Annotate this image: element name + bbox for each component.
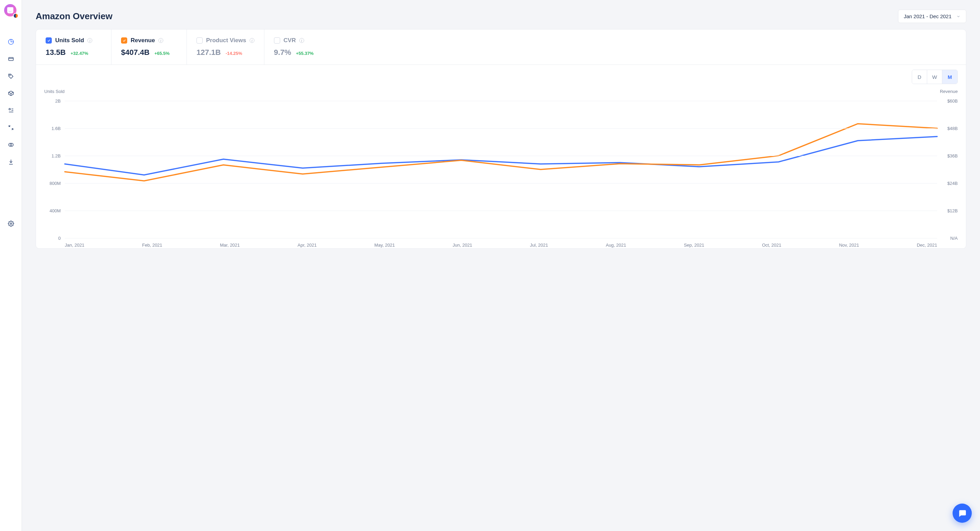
svg-rect-0 (9, 57, 13, 61)
svg-point-9 (10, 223, 12, 225)
nav-settings[interactable] (4, 217, 18, 231)
metric-units_sold[interactable]: Units Soldi13.5B+32.47% (36, 30, 111, 64)
metrics-row: Units Soldi13.5B+32.47%Revenuei$407.4B+6… (36, 30, 966, 65)
nav-compare[interactable] (4, 121, 18, 134)
metric-label: CVR (283, 37, 296, 44)
box-icon (8, 90, 14, 96)
x-tick: Jun, 2021 (453, 242, 472, 248)
y-tick-left: 400M (44, 208, 61, 214)
y-tick-left: 0 (44, 236, 61, 241)
metric-delta: +65.5% (154, 51, 169, 56)
x-tick: Mar, 2021 (220, 242, 240, 248)
left-axis-title: Units Sold (44, 89, 64, 94)
metric-cvr[interactable]: CVRi9.7%+55.37% (264, 30, 340, 64)
metric-checkbox[interactable] (274, 37, 280, 43)
x-tick: Jan, 2021 (65, 242, 84, 248)
sidebar: ◡ (0, 0, 22, 531)
chevron-down-icon (956, 14, 961, 19)
x-tick: Oct, 2021 (762, 242, 781, 248)
metric-label: Units Sold (55, 37, 84, 44)
chart: Jan, 2021Feb, 2021Mar, 2021Apr, 2021May,… (44, 101, 958, 238)
metric-value: 127.1B (196, 48, 221, 57)
y-tick-right: $48B (947, 126, 958, 131)
svg-point-3 (9, 108, 11, 110)
gridline (65, 156, 937, 156)
download-icon (8, 159, 14, 165)
info-icon[interactable]: i (158, 38, 163, 43)
y-tick-right: $60B (947, 99, 958, 104)
nav-venn[interactable] (4, 138, 18, 151)
granularity-D[interactable]: D (912, 70, 927, 84)
x-tick: Dec, 2021 (917, 242, 937, 248)
x-tick: Feb, 2021 (142, 242, 162, 248)
gridline (65, 101, 937, 101)
granularity-W[interactable]: W (927, 70, 942, 84)
tag-icon (8, 73, 14, 79)
gridline (65, 210, 937, 211)
x-tick: May, 2021 (374, 242, 395, 248)
nav-list[interactable] (4, 104, 18, 117)
chat-launcher[interactable] (953, 504, 972, 523)
right-axis-title: Revenue (940, 89, 958, 94)
svg-point-2 (9, 75, 10, 75)
gridline (65, 128, 937, 129)
info-icon[interactable]: i (250, 38, 255, 43)
overview-card: Units Soldi13.5B+32.47%Revenuei$407.4B+6… (36, 29, 966, 249)
x-tick: Nov, 2021 (839, 242, 859, 248)
y-tick-right: $24B (947, 181, 958, 186)
nav-box[interactable] (4, 86, 18, 100)
chat-icon (958, 509, 967, 518)
y-tick-right: $12B (947, 208, 958, 214)
x-axis-labels: Jan, 2021Feb, 2021Mar, 2021Apr, 2021May,… (65, 242, 937, 248)
metric-value: $407.4B (121, 48, 150, 57)
metric-checkbox[interactable] (46, 37, 52, 43)
metric-checkbox[interactable] (121, 37, 127, 43)
y-tick-left: 2B (44, 99, 61, 104)
app-logo: ◡ (4, 4, 18, 18)
x-tick: Apr, 2021 (298, 242, 317, 248)
pie-chart-icon (8, 39, 14, 45)
granularity-M[interactable]: M (942, 70, 958, 84)
metric-checkbox[interactable] (196, 37, 203, 43)
metric-delta: -14.25% (226, 51, 242, 56)
gridline (65, 238, 937, 238)
header: Amazon Overview Jan 2021 - Dec 2021 (22, 0, 980, 29)
nav-card[interactable] (4, 52, 18, 66)
y-tick-left: 1.2B (44, 153, 61, 158)
arrows-collapse-icon (8, 124, 14, 131)
gridline (65, 183, 937, 183)
y-tick-left: 800M (44, 181, 61, 186)
info-icon[interactable]: i (299, 38, 304, 43)
plot-area (65, 101, 937, 238)
nav-tag[interactable] (4, 69, 18, 83)
metric-value: 9.7% (274, 48, 291, 57)
metric-value: 13.5B (46, 48, 66, 57)
y-tick-right: $36B (947, 153, 958, 158)
date-range-text: Jan 2021 - Dec 2021 (904, 13, 951, 19)
metric-delta: +32.47% (71, 51, 89, 56)
page-title: Amazon Overview (36, 11, 113, 22)
metric-label: Product Views (206, 37, 246, 44)
chart-panel: DWM Units Sold Revenue Jan, 2021Feb, 202… (36, 65, 966, 248)
gear-icon (8, 220, 14, 227)
metric-revenue[interactable]: Revenuei$407.4B+65.5% (111, 30, 187, 64)
venn-icon (8, 142, 14, 148)
metric-product_views[interactable]: Product Viewsi127.1B-14.25% (187, 30, 264, 64)
x-tick: Aug, 2021 (606, 242, 626, 248)
x-tick: Jul, 2021 (530, 242, 548, 248)
metric-delta: +55.37% (296, 51, 314, 56)
y-tick-left: 1.6B (44, 126, 61, 131)
metric-label: Revenue (130, 37, 155, 44)
y-tick-right: N/A (950, 236, 958, 241)
nav-download[interactable] (4, 155, 18, 169)
date-range-picker[interactable]: Jan 2021 - Dec 2021 (898, 10, 966, 23)
nav-dashboard[interactable] (4, 35, 18, 49)
info-icon[interactable]: i (88, 38, 92, 43)
list-search-icon (8, 107, 14, 113)
card-icon (8, 56, 14, 62)
x-tick: Sep, 2021 (684, 242, 704, 248)
series-revenue (65, 124, 937, 181)
granularity-selector: DWM (912, 70, 958, 84)
main: Amazon Overview Jan 2021 - Dec 2021 Unit… (22, 0, 980, 531)
